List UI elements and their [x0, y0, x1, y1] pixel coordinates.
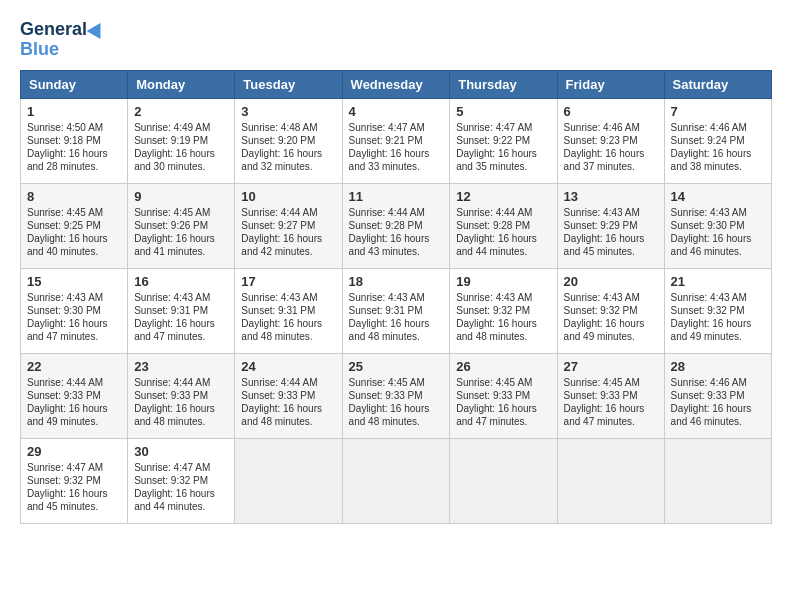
day-info: Daylight: 16 hours [241, 147, 335, 160]
day-number: 14 [671, 189, 765, 204]
day-info: Sunset: 9:30 PM [671, 219, 765, 232]
day-info: and 33 minutes. [349, 160, 444, 173]
day-info: and 47 minutes. [134, 330, 228, 343]
day-info: Daylight: 16 hours [349, 317, 444, 330]
day-info: Sunrise: 4:45 AM [456, 376, 550, 389]
calendar-header-wednesday: Wednesday [342, 70, 450, 98]
day-number: 8 [27, 189, 121, 204]
day-number: 3 [241, 104, 335, 119]
calendar-cell: 30Sunrise: 4:47 AMSunset: 9:32 PMDayligh… [128, 438, 235, 523]
day-info: Sunset: 9:31 PM [349, 304, 444, 317]
calendar-cell [557, 438, 664, 523]
day-info: Daylight: 16 hours [134, 232, 228, 245]
day-number: 17 [241, 274, 335, 289]
day-info: and 49 minutes. [27, 415, 121, 428]
day-info: and 45 minutes. [564, 245, 658, 258]
day-info: Daylight: 16 hours [564, 147, 658, 160]
day-number: 21 [671, 274, 765, 289]
day-info: and 43 minutes. [349, 245, 444, 258]
day-info: and 46 minutes. [671, 245, 765, 258]
day-info: Sunrise: 4:50 AM [27, 121, 121, 134]
calendar-header-row: SundayMondayTuesdayWednesdayThursdayFrid… [21, 70, 772, 98]
day-info: Sunset: 9:32 PM [134, 474, 228, 487]
day-info: Daylight: 16 hours [241, 232, 335, 245]
calendar-cell: 3Sunrise: 4:48 AMSunset: 9:20 PMDaylight… [235, 98, 342, 183]
calendar-cell: 26Sunrise: 4:45 AMSunset: 9:33 PMDayligh… [450, 353, 557, 438]
day-info: Sunrise: 4:43 AM [349, 291, 444, 304]
day-info: Daylight: 16 hours [241, 402, 335, 415]
day-info: Daylight: 16 hours [134, 147, 228, 160]
day-info: Daylight: 16 hours [27, 487, 121, 500]
day-info: Sunset: 9:32 PM [671, 304, 765, 317]
day-number: 13 [564, 189, 658, 204]
calendar-week-1: 1Sunrise: 4:50 AMSunset: 9:18 PMDaylight… [21, 98, 772, 183]
day-info: Daylight: 16 hours [27, 317, 121, 330]
calendar-cell: 21Sunrise: 4:43 AMSunset: 9:32 PMDayligh… [664, 268, 771, 353]
day-info: and 49 minutes. [671, 330, 765, 343]
day-number: 7 [671, 104, 765, 119]
logo: General Blue [20, 20, 105, 60]
day-info: and 44 minutes. [456, 245, 550, 258]
calendar-cell: 23Sunrise: 4:44 AMSunset: 9:33 PMDayligh… [128, 353, 235, 438]
day-info: Sunset: 9:33 PM [349, 389, 444, 402]
day-info: Daylight: 16 hours [456, 232, 550, 245]
day-info: Sunrise: 4:43 AM [134, 291, 228, 304]
logo-text-line1: General [20, 20, 87, 40]
day-info: and 38 minutes. [671, 160, 765, 173]
calendar-cell: 17Sunrise: 4:43 AMSunset: 9:31 PMDayligh… [235, 268, 342, 353]
day-info: Sunrise: 4:45 AM [349, 376, 444, 389]
day-info: Sunrise: 4:43 AM [27, 291, 121, 304]
calendar-cell: 12Sunrise: 4:44 AMSunset: 9:28 PMDayligh… [450, 183, 557, 268]
day-info: Daylight: 16 hours [456, 402, 550, 415]
day-info: Sunset: 9:19 PM [134, 134, 228, 147]
calendar-cell [664, 438, 771, 523]
calendar-cell: 5Sunrise: 4:47 AMSunset: 9:22 PMDaylight… [450, 98, 557, 183]
day-number: 20 [564, 274, 658, 289]
day-number: 25 [349, 359, 444, 374]
header: General Blue [20, 20, 772, 60]
day-number: 22 [27, 359, 121, 374]
calendar-cell: 2Sunrise: 4:49 AMSunset: 9:19 PMDaylight… [128, 98, 235, 183]
day-number: 1 [27, 104, 121, 119]
calendar-header-friday: Friday [557, 70, 664, 98]
day-number: 11 [349, 189, 444, 204]
day-info: Sunrise: 4:45 AM [27, 206, 121, 219]
day-info: Daylight: 16 hours [134, 317, 228, 330]
day-info: Daylight: 16 hours [27, 147, 121, 160]
calendar-cell: 9Sunrise: 4:45 AMSunset: 9:26 PMDaylight… [128, 183, 235, 268]
calendar-cell: 11Sunrise: 4:44 AMSunset: 9:28 PMDayligh… [342, 183, 450, 268]
calendar-week-4: 22Sunrise: 4:44 AMSunset: 9:33 PMDayligh… [21, 353, 772, 438]
calendar-header-tuesday: Tuesday [235, 70, 342, 98]
day-info: Sunset: 9:33 PM [671, 389, 765, 402]
day-info: and 47 minutes. [27, 330, 121, 343]
day-info: Sunrise: 4:43 AM [671, 291, 765, 304]
day-info: Sunset: 9:33 PM [456, 389, 550, 402]
day-info: Sunrise: 4:44 AM [241, 376, 335, 389]
calendar-cell: 28Sunrise: 4:46 AMSunset: 9:33 PMDayligh… [664, 353, 771, 438]
day-number: 19 [456, 274, 550, 289]
day-number: 27 [564, 359, 658, 374]
day-info: Sunrise: 4:43 AM [671, 206, 765, 219]
day-info: Daylight: 16 hours [671, 317, 765, 330]
day-info: Sunset: 9:29 PM [564, 219, 658, 232]
day-info: Sunrise: 4:47 AM [134, 461, 228, 474]
day-number: 10 [241, 189, 335, 204]
calendar-week-2: 8Sunrise: 4:45 AMSunset: 9:25 PMDaylight… [21, 183, 772, 268]
calendar-week-3: 15Sunrise: 4:43 AMSunset: 9:30 PMDayligh… [21, 268, 772, 353]
day-info: Daylight: 16 hours [671, 402, 765, 415]
calendar-header-sunday: Sunday [21, 70, 128, 98]
day-info: Daylight: 16 hours [134, 402, 228, 415]
day-number: 29 [27, 444, 121, 459]
day-info: and 48 minutes. [456, 330, 550, 343]
day-number: 24 [241, 359, 335, 374]
day-info: and 48 minutes. [349, 330, 444, 343]
day-info: Sunset: 9:21 PM [349, 134, 444, 147]
day-info: Daylight: 16 hours [349, 402, 444, 415]
calendar-header-thursday: Thursday [450, 70, 557, 98]
day-info: Sunrise: 4:49 AM [134, 121, 228, 134]
day-info: Sunset: 9:25 PM [27, 219, 121, 232]
day-info: Sunrise: 4:44 AM [456, 206, 550, 219]
day-number: 5 [456, 104, 550, 119]
calendar-cell: 13Sunrise: 4:43 AMSunset: 9:29 PMDayligh… [557, 183, 664, 268]
day-info: Sunset: 9:30 PM [27, 304, 121, 317]
